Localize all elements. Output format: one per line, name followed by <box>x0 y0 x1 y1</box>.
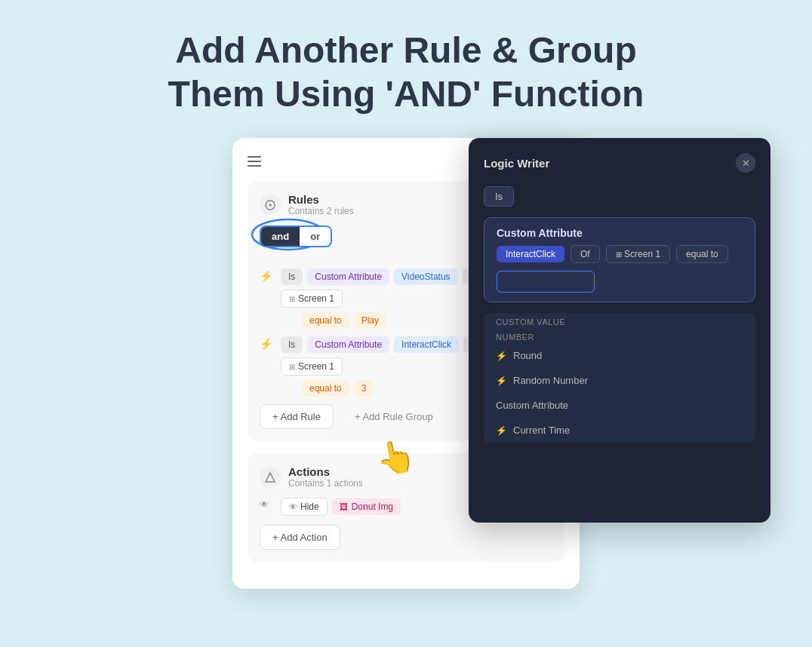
rules-title: Rules <box>288 193 354 206</box>
rule1-value[interactable]: Play <box>354 312 386 329</box>
donut-tag[interactable]: 🖼 Donut Img <box>332 498 401 515</box>
custom-attr-box: Custom Attribute InteractClick Of ⊞ Scre… <box>484 217 755 302</box>
dropdown-list: Custom Value Number ⚡ Round ⚡ Random Num… <box>484 313 755 443</box>
add-action-button[interactable]: + Add Action <box>260 525 340 550</box>
or-button[interactable]: or <box>300 227 331 246</box>
rule2-value[interactable]: 3 <box>354 380 374 397</box>
rule2-is[interactable]: Is <box>281 336 303 353</box>
lightning-random-icon: ⚡ <box>496 376 507 386</box>
rule1-video-status[interactable]: VideoStatus <box>394 268 458 285</box>
grid-icon-2: ⊞ <box>289 363 295 371</box>
page-title: Add Another Rule & Group Them Using 'AND… <box>0 0 812 138</box>
rule1-is[interactable]: Is <box>281 268 303 285</box>
lightning-time-icon: ⚡ <box>496 425 507 436</box>
equal-to-tag[interactable]: equal to <box>676 245 728 263</box>
dropdown-item-random[interactable]: ⚡ Random Number <box>484 368 755 393</box>
action-icon: 👁 <box>260 499 276 516</box>
grid-icon-panel: ⊞ <box>616 250 622 259</box>
rule2-equal-to[interactable]: equal to <box>302 380 349 397</box>
svg-marker-2 <box>266 473 275 482</box>
panel-title: Logic Writer <box>484 157 549 170</box>
of-tag: Of <box>571 245 600 263</box>
logic-writer-panel: Logic Writer ✕ Is Custom Attribute Inter… <box>469 138 770 523</box>
image-icon: 🖼 <box>340 502 348 511</box>
lightning-icon-2: ⚡ <box>260 338 276 354</box>
lightning-round-icon: ⚡ <box>496 351 507 361</box>
custom-attr-label: Custom Attribute <box>497 227 743 239</box>
screen-tag[interactable]: ⊞ Screen 1 <box>606 245 670 263</box>
dropdown-item-custom-attr[interactable]: Custom Attribute <box>484 393 755 418</box>
hide-tag[interactable]: 👁 Hide <box>281 498 328 516</box>
dropdown-section-custom-value: Custom Value <box>484 313 755 328</box>
value-input[interactable] <box>497 271 595 293</box>
and-or-wrapper: and or <box>260 225 332 258</box>
hamburger-icon[interactable] <box>248 156 261 167</box>
grid-icon-1: ⊞ <box>289 295 295 303</box>
rule2-custom-attr[interactable]: Custom Attribute <box>307 336 389 353</box>
actions-section-icon <box>260 467 281 488</box>
rule1-screen[interactable]: ⊞ Screen 1 <box>281 290 343 308</box>
panel-header: Logic Writer ✕ <box>484 153 755 173</box>
and-button[interactable]: and <box>261 227 300 246</box>
eye-icon: 👁 <box>289 502 297 511</box>
dropdown-item-round[interactable]: ⚡ Round <box>484 343 755 368</box>
lightning-icon-1: ⚡ <box>260 270 276 287</box>
and-or-toggle[interactable]: and or <box>260 225 332 247</box>
dropdown-section-number: Number <box>484 328 755 343</box>
add-rule-button[interactable]: + Add Rule <box>260 404 334 429</box>
actions-title: Actions <box>288 465 363 478</box>
add-rule-group-button[interactable]: + Add Rule Group <box>343 404 445 429</box>
dropdown-item-current-time[interactable]: ⚡ Current Time <box>484 418 755 443</box>
rules-section-icon <box>260 195 281 216</box>
close-button[interactable]: ✕ <box>736 153 755 173</box>
is-badge[interactable]: Is <box>484 186 514 207</box>
attr-tags-row: InteractClick Of ⊞ Screen 1 equal to <box>497 245 743 263</box>
rule2-interact-click[interactable]: InteractClick <box>394 336 459 353</box>
rule2-screen[interactable]: ⊞ Screen 1 <box>281 357 343 376</box>
actions-subtitle: Contains 1 actions <box>288 478 363 489</box>
rules-subtitle: Contains 2 rules <box>288 206 354 216</box>
interact-click-tag[interactable]: InteractClick <box>497 246 564 262</box>
rule1-equal-to[interactable]: equal to <box>302 312 349 329</box>
rule1-custom-attr[interactable]: Custom Attribute <box>307 268 389 285</box>
